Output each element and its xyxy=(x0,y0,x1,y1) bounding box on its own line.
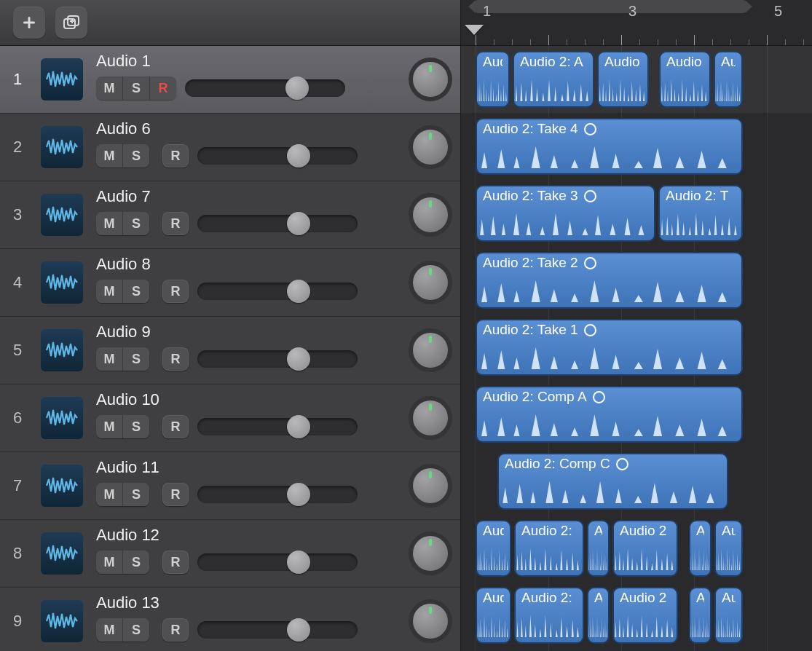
audio-region[interactable]: Audio xyxy=(659,51,711,108)
audio-region[interactable]: Aud xyxy=(476,51,510,108)
track-name[interactable]: Audio 10 xyxy=(96,390,396,412)
volume-slider[interactable] xyxy=(197,347,358,371)
track-name[interactable]: Audio 12 xyxy=(96,526,396,548)
record-enable-button[interactable]: R xyxy=(162,415,189,438)
track-header-row[interactable]: 9 Audio 13 M S R xyxy=(0,588,460,651)
mute-button[interactable]: M xyxy=(96,212,123,235)
track-header-row[interactable]: 8 Audio 12 M S R xyxy=(0,520,460,588)
mute-button[interactable]: M xyxy=(96,551,123,574)
mute-button[interactable]: M xyxy=(96,347,123,371)
pan-knob[interactable] xyxy=(413,536,448,571)
volume-slider-thumb[interactable] xyxy=(287,144,310,167)
volume-slider[interactable] xyxy=(197,280,358,303)
record-enable-button[interactable]: R xyxy=(162,551,189,574)
volume-slider-thumb[interactable] xyxy=(287,483,310,506)
mute-button[interactable]: M xyxy=(96,415,123,438)
ruler[interactable]: 1 3 5 xyxy=(460,0,812,45)
track-header-row[interactable]: 6 Audio 10 M S R xyxy=(0,384,460,452)
mute-button[interactable]: M xyxy=(96,144,123,167)
track-name[interactable]: Audio 9 xyxy=(96,323,396,344)
solo-button[interactable]: S xyxy=(123,415,149,438)
volume-slider-thumb[interactable] xyxy=(287,212,310,235)
volume-slider-thumb[interactable] xyxy=(287,347,310,371)
add-track-button[interactable] xyxy=(13,7,45,39)
audio-region[interactable]: Audio 2: Take 2 xyxy=(476,252,743,309)
cycle-region[interactable] xyxy=(476,0,745,13)
pan-knob[interactable] xyxy=(413,265,448,300)
audio-region[interactable]: Audio 2 xyxy=(612,587,678,644)
record-enable-button[interactable]: R xyxy=(162,483,189,506)
solo-button[interactable]: S xyxy=(123,347,149,371)
audio-region[interactable]: A xyxy=(689,587,712,644)
audio-region[interactable]: A xyxy=(689,520,712,577)
solo-button[interactable]: S xyxy=(123,618,149,642)
record-enable-button[interactable]: R xyxy=(162,280,189,303)
track-header-row[interactable]: 2 Audio 6 M S R xyxy=(0,114,460,181)
track-icon-cell[interactable] xyxy=(35,46,89,113)
audio-region[interactable]: Audio 2: Take 4 xyxy=(476,118,743,175)
solo-button[interactable]: S xyxy=(123,212,149,235)
audio-region[interactable]: Audio 2 xyxy=(612,520,678,577)
mute-button[interactable]: M xyxy=(96,76,123,100)
pan-knob[interactable] xyxy=(413,401,448,435)
pan-knob[interactable] xyxy=(413,62,448,97)
volume-slider-thumb[interactable] xyxy=(287,618,310,642)
mute-button[interactable]: M xyxy=(96,483,123,506)
volume-slider-thumb[interactable] xyxy=(287,551,310,574)
solo-button[interactable]: S xyxy=(123,551,149,574)
audio-region[interactable]: Aud xyxy=(476,587,511,644)
pan-knob[interactable] xyxy=(413,468,448,503)
audio-region[interactable]: Au xyxy=(714,51,743,108)
audio-region[interactable]: Au xyxy=(714,587,743,644)
volume-slider[interactable] xyxy=(185,76,345,100)
volume-slider-thumb[interactable] xyxy=(287,415,310,438)
pan-knob[interactable] xyxy=(413,197,448,232)
volume-slider-thumb[interactable] xyxy=(285,76,309,100)
volume-slider[interactable] xyxy=(197,212,358,235)
audio-region[interactable]: Audio 2: xyxy=(514,587,584,644)
audio-region[interactable]: Audio 2: Comp A xyxy=(476,386,743,443)
cycle-region-end-cap[interactable] xyxy=(745,0,752,13)
track-icon-cell[interactable] xyxy=(35,384,89,451)
volume-slider[interactable] xyxy=(197,551,358,574)
audio-region[interactable]: Audio 2: xyxy=(514,520,584,577)
track-name[interactable]: Audio 6 xyxy=(96,119,396,141)
audio-region[interactable]: A xyxy=(587,587,610,644)
audio-region[interactable]: Au xyxy=(714,520,743,577)
audio-region[interactable]: Audio 2: Comp C xyxy=(497,453,728,510)
solo-button[interactable]: S xyxy=(123,280,149,303)
volume-slider[interactable] xyxy=(197,483,358,506)
audio-region[interactable]: Audio 2: Take 3 xyxy=(476,185,655,242)
track-header-row[interactable]: 3 Audio 7 M S R xyxy=(0,181,460,249)
volume-slider-thumb[interactable] xyxy=(287,280,310,303)
track-name[interactable]: Audio 13 xyxy=(96,593,396,615)
cycle-region-start-cap[interactable] xyxy=(468,0,476,13)
pan-knob[interactable] xyxy=(413,604,448,639)
mute-button[interactable]: M xyxy=(96,280,123,303)
record-enable-button[interactable]: R xyxy=(162,347,189,371)
solo-button[interactable]: S xyxy=(123,76,150,100)
track-header-row[interactable]: 5 Audio 9 M S R xyxy=(0,317,460,384)
audio-region[interactable]: Audio xyxy=(597,51,649,108)
track-name[interactable]: Audio 7 xyxy=(96,187,396,209)
track-name[interactable]: Audio 8 xyxy=(96,255,396,277)
track-name[interactable]: Audio 11 xyxy=(96,458,396,480)
audio-region[interactable]: Audio 2: A xyxy=(513,51,594,108)
track-header-row[interactable]: 1 Audio 1 M S R xyxy=(0,46,460,114)
volume-slider[interactable] xyxy=(197,144,358,167)
track-name[interactable]: Audio 1 xyxy=(96,52,396,74)
track-header-row[interactable]: 4 Audio 8 M S R xyxy=(0,249,460,317)
track-icon-cell[interactable] xyxy=(35,114,89,181)
pan-knob[interactable] xyxy=(413,130,448,165)
record-enable-button[interactable]: R xyxy=(150,76,176,100)
volume-slider[interactable] xyxy=(197,618,358,642)
solo-button[interactable]: S xyxy=(123,144,149,167)
audio-region[interactable]: Audio 2: Take 1 xyxy=(476,319,743,376)
track-header-row[interactable]: 7 Audio 11 M S R xyxy=(0,452,460,520)
record-enable-button[interactable]: R xyxy=(162,618,189,642)
track-icon-cell[interactable] xyxy=(35,520,89,587)
track-icon-cell[interactable] xyxy=(35,249,89,316)
audio-region[interactable]: Audio 2: T xyxy=(658,185,743,242)
track-icon-cell[interactable] xyxy=(35,452,89,519)
track-icon-cell[interactable] xyxy=(35,588,89,651)
